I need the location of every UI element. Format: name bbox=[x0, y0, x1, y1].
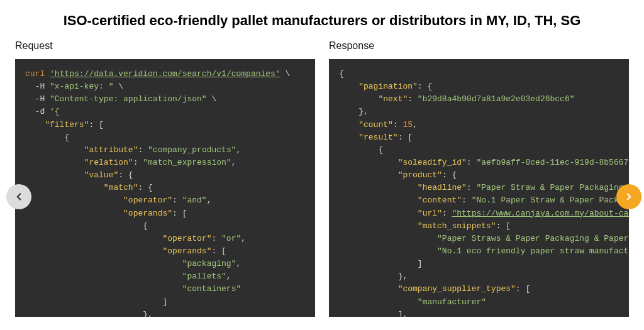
chevron-left-icon bbox=[13, 191, 25, 202]
next-button[interactable] bbox=[616, 184, 641, 209]
previous-button[interactable] bbox=[6, 184, 31, 209]
columns: Request curl 'https://data.veridion.com/… bbox=[0, 29, 644, 317]
page: ISO-certified eco-friendly pallet manufa… bbox=[0, 0, 644, 330]
chevron-right-icon bbox=[623, 191, 635, 202]
response-code[interactable]: { "pagination": { "next": "b29d8a4b90d7a… bbox=[329, 59, 629, 317]
response-label: Response bbox=[329, 40, 629, 52]
request-column: Request curl 'https://data.veridion.com/… bbox=[15, 40, 315, 317]
request-code[interactable]: curl 'https://data.veridion.com/search/v… bbox=[15, 59, 315, 317]
request-url: 'https://data.veridion.com/search/v1/com… bbox=[50, 69, 280, 79]
page-title: ISO-certified eco-friendly pallet manufa… bbox=[0, 0, 644, 29]
request-label: Request bbox=[15, 40, 315, 52]
curl-cmd: curl bbox=[25, 69, 45, 79]
response-column: Response { "pagination": { "next": "b29d… bbox=[329, 40, 629, 317]
